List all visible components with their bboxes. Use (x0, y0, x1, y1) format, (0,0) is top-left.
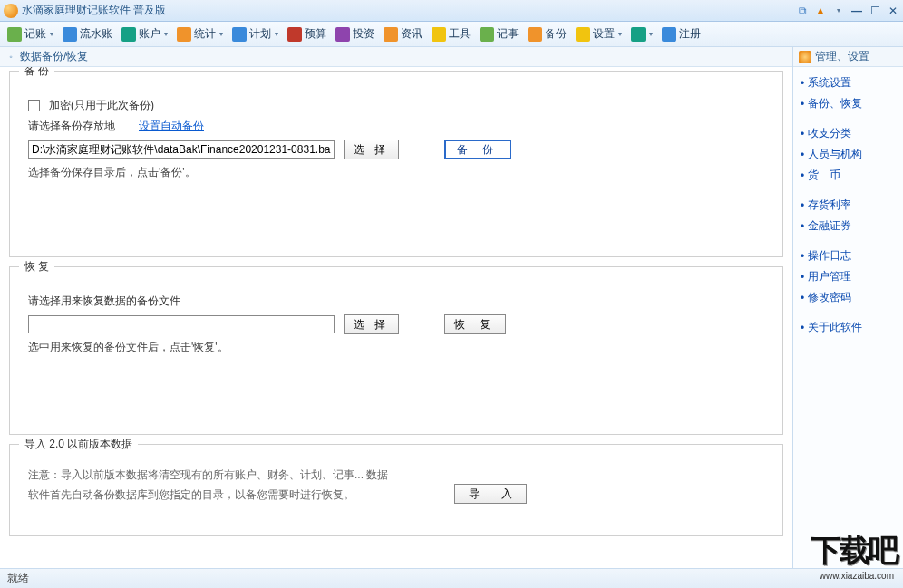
toolbar-jizhang-icon (7, 27, 22, 42)
sidebar-link-2-1[interactable]: 金融证券 (801, 216, 896, 236)
panels-container: 备 份 加密(只用于此次备份) 请选择备份存放地 设置自动备份 选 择 备 份 … (0, 67, 792, 568)
sidebar-link-1-1[interactable]: 人员与机构 (801, 144, 896, 165)
sidebar-link-1-2[interactable]: 货 币 (801, 165, 896, 186)
toolbar-shezhi-label: 设置 (593, 26, 615, 42)
sidebar-link-label: 备份、恢复 (808, 96, 862, 111)
toolbar-zixun-icon (384, 27, 398, 42)
restore-panel-title: 恢 复 (19, 259, 54, 275)
toolbar-zhanghu-label: 账户 (139, 26, 160, 42)
sidebar-link-0-0[interactable]: 系统设置 (801, 72, 896, 93)
window-icon-1[interactable]: ⧉ (796, 5, 809, 17)
toolbar-jihua-label: 计划 (249, 26, 271, 42)
settings-icon (799, 51, 811, 63)
sidebar-link-label: 人员与机构 (808, 147, 862, 162)
dropdown-arrow-icon: ▾ (219, 30, 223, 38)
restore-path-input[interactable] (28, 315, 335, 333)
restore-path-label: 请选择用来恢复数据的备份文件 (28, 294, 180, 309)
toolbar-tongji-label: 统计 (194, 26, 216, 42)
encrypt-checkbox[interactable] (28, 100, 40, 111)
toolbar-tongji[interactable]: 统计▾ (173, 24, 227, 43)
toolbar-shezhi-icon (576, 27, 590, 42)
sidebar-link-0-1[interactable]: 备份、恢复 (801, 93, 896, 114)
content-area: ◦ 数据备份/恢复 备 份 加密(只用于此次备份) 请选择备份存放地 设置自动备… (0, 47, 792, 568)
import-panel-title: 导入 2.0 以前版本数据 (19, 437, 138, 452)
toolbar-zhuce[interactable]: 注册 (658, 24, 704, 43)
sidebar-link-label: 系统设置 (808, 75, 851, 91)
toolbar-zhanghu-icon (121, 27, 136, 42)
toolbar-jizhang[interactable]: 记账▾ (4, 24, 57, 43)
toolbar-jishi-icon (480, 27, 494, 42)
backup-action-button[interactable]: 备 份 (444, 140, 510, 159)
toolbar-yusuan-icon (287, 27, 302, 42)
section-title: 数据备份/恢复 (20, 49, 88, 64)
backup-panel-title: 备 份 (19, 67, 54, 79)
dropdown-arrow-icon: ▾ (50, 30, 53, 38)
sidebar-link-1-0[interactable]: 收支分类 (801, 123, 896, 144)
app-icon (4, 4, 18, 18)
toolbar-jizhang-label: 记账 (24, 26, 46, 42)
toolbar-liushui[interactable]: 流水账 (59, 24, 116, 43)
restore-panel: 恢 复 请选择用来恢复数据的备份文件 选 择 恢 复 选中用来恢复的备份文件后，… (9, 266, 783, 435)
restore-action-button[interactable]: 恢 复 (444, 314, 505, 334)
section-header: ◦ 数据备份/恢复 (0, 47, 792, 67)
toolbar-menu-icon (631, 27, 646, 42)
auto-backup-link[interactable]: 设置自动备份 (139, 119, 204, 134)
toolbar-yusuan[interactable]: 预算 (284, 24, 330, 43)
sidebar-link-3-0[interactable]: 操作日志 (801, 246, 896, 266)
toolbar-liushui-icon (63, 27, 77, 42)
toolbar-touzi[interactable]: 投资 (332, 24, 378, 43)
encrypt-label: 加密(只用于此次备份) (49, 98, 154, 113)
sidebar-link-4-0[interactable]: 关于此软件 (801, 317, 896, 338)
toolbar-zixun-label: 资讯 (401, 26, 422, 42)
import-note-2: 软件首先自动备份数据库到您指定的目录，以备您需要时进行恢复。 (28, 486, 418, 506)
window-icon-dropdown[interactable]: ▾ (832, 5, 845, 17)
sidebar-link-3-1[interactable]: 用户管理 (801, 266, 896, 287)
main-area: ◦ 数据备份/恢复 备 份 加密(只用于此次备份) 请选择备份存放地 设置自动备… (0, 47, 903, 568)
backup-path-input[interactable] (28, 140, 335, 159)
toolbar-beifen[interactable]: 备份 (524, 24, 570, 43)
window-buttons: ⧉ ▲ ▾ — ☐ ✕ (796, 5, 899, 17)
toolbar-zhanghu[interactable]: 账户▾ (118, 24, 171, 43)
sidebar-link-label: 操作日志 (808, 248, 851, 264)
toolbar-jihua[interactable]: 计划▾ (228, 24, 282, 43)
sidebar-link-label: 货 币 (808, 168, 840, 183)
toolbar-shezhi[interactable]: 设置▾ (572, 24, 626, 43)
toolbar-menu[interactable]: ▾ (627, 25, 656, 43)
close-button[interactable]: ✕ (887, 5, 899, 17)
restore-browse-button[interactable]: 选 择 (344, 314, 399, 334)
main-toolbar: 记账▾流水账账户▾统计▾计划▾预算投资资讯工具记事备份设置▾▾注册 (0, 22, 903, 47)
toolbar-zixun[interactable]: 资讯 (380, 24, 426, 43)
window-icon-2[interactable]: ▲ (814, 5, 827, 17)
status-bar: 就绪 (0, 568, 903, 588)
dropdown-arrow-icon: ▾ (275, 30, 278, 38)
toolbar-jihua-icon (232, 27, 247, 42)
sidebar-link-label: 关于此软件 (808, 320, 862, 335)
collapse-icon[interactable]: ◦ (5, 52, 16, 63)
import-note-1: 注意：导入以前版本数据将清空现有的所有账户、财务、计划、记事... 数据 (28, 466, 418, 486)
backup-panel: 备 份 加密(只用于此次备份) 请选择备份存放地 设置自动备份 选 择 备 份 … (9, 71, 783, 257)
sidebar-link-label: 收支分类 (808, 126, 851, 141)
import-action-button[interactable]: 导 入 (454, 484, 527, 504)
sidebar-body: 系统设置备份、恢复收支分类人员与机构货 币存货利率金融证券操作日志用户管理修改密… (793, 67, 903, 352)
sidebar-link-label: 金融证券 (808, 218, 851, 234)
minimize-button[interactable]: — (850, 5, 863, 17)
toolbar-gongju-icon (432, 27, 446, 42)
toolbar-tongji-icon (177, 27, 191, 42)
backup-path-label: 请选择备份存放地 (28, 119, 115, 134)
restore-hint: 选中用来恢复的备份文件后，点击'恢复'。 (28, 340, 764, 355)
toolbar-jishi[interactable]: 记事 (476, 24, 522, 43)
status-text: 就绪 (7, 571, 29, 586)
sidebar-link-3-2[interactable]: 修改密码 (801, 287, 896, 308)
dropdown-arrow-icon: ▾ (164, 30, 168, 38)
toolbar-beifen-icon (528, 27, 542, 42)
toolbar-liushui-label: 流水账 (80, 26, 112, 42)
backup-browse-button[interactable]: 选 择 (344, 140, 399, 159)
sidebar-link-label: 修改密码 (808, 290, 851, 305)
toolbar-touzi-label: 投资 (353, 26, 374, 42)
app-title: 水滴家庭理财记账软件 普及版 (22, 3, 796, 18)
maximize-button[interactable]: ☐ (869, 5, 881, 17)
toolbar-gongju[interactable]: 工具 (428, 24, 474, 43)
sidebar-link-2-0[interactable]: 存货利率 (801, 195, 896, 216)
dropdown-arrow-icon: ▾ (618, 30, 622, 38)
toolbar-zhuce-label: 注册 (679, 26, 701, 42)
